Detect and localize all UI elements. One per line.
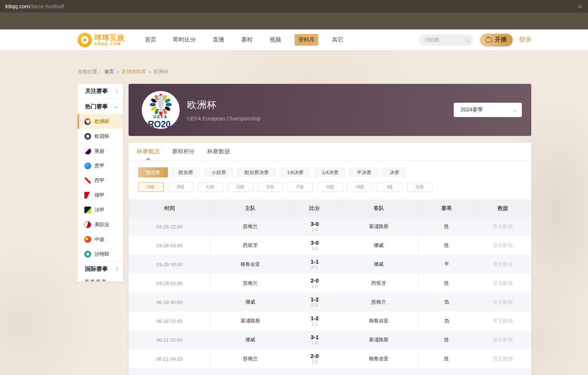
sidebar-league-item[interactable]: 欧洲杯 xyxy=(78,114,123,129)
sidebar-league-item[interactable]: 意甲 xyxy=(78,158,123,173)
match-result: 负 xyxy=(444,318,449,324)
match-data-status: 暂无数据 xyxy=(493,280,513,287)
sidebar-section-hot[interactable]: 热门赛事 xyxy=(78,99,123,114)
table-row[interactable]: 03-26 03:45 西班牙 3-0 1-0 挪威 胜 暂无数据 xyxy=(129,236,531,255)
stage-button[interactable]: 1/4决赛 xyxy=(314,167,346,177)
league-logo-icon xyxy=(84,118,91,125)
league-label: 德甲 xyxy=(95,192,104,199)
home-team: 格鲁吉亚 xyxy=(240,261,260,268)
table-row[interactable]: 03-25 22:00 苏格兰 3-0 1-0 塞浦路斯 胜 暂无数据 xyxy=(129,217,531,236)
url-path: /base-football xyxy=(30,3,64,9)
match-result: 胜 xyxy=(444,242,449,249)
table-row[interactable]: 03-29 00:00 格鲁吉亚 1-1 0-1 挪威 平 暂无数据 xyxy=(129,255,531,274)
league-sidebar: 关注赛事 热门赛事 欧洲杯 欧冠杯 英超 意甲 xyxy=(78,84,123,281)
season-value: 2024赛季 xyxy=(461,106,483,113)
table-row[interactable]: 06-18 00:00 挪威 1-2 0-0 苏格兰 负 暂无数据 xyxy=(129,293,531,312)
home-team: 苏格兰 xyxy=(243,280,258,287)
full-time-score: 1-1 xyxy=(310,258,319,265)
home-team: 苏格兰 xyxy=(243,355,258,362)
league-label: 欧洲杯 xyxy=(95,118,109,125)
home-team: 挪威 xyxy=(245,299,255,306)
stage-button[interactable]: 1/8决赛 xyxy=(279,167,311,177)
browser-url-bar[interactable]: k8qq.com/base-football ☆ xyxy=(0,0,588,12)
breadcrumb-prefix: 当前位置： xyxy=(78,68,102,75)
group-button[interactable]: C组 xyxy=(198,182,223,192)
table-header-cell: 时间 xyxy=(129,205,211,212)
card-tab[interactable]: 赛程积分 xyxy=(172,143,195,160)
sidebar-section-international[interactable]: 国际赛事 xyxy=(78,261,123,276)
nav-item[interactable]: 即时比分 xyxy=(170,34,199,46)
nav-item[interactable]: 直播 xyxy=(209,34,228,46)
stage-filter: 预选赛附加赛小组赛附加赛决赛1/8决赛1/4决赛半决赛决赛 xyxy=(129,167,531,177)
sidebar-league-item[interactable]: 沙特联 xyxy=(78,247,123,261)
match-time: 06-21 02:45 xyxy=(156,337,182,343)
login-link[interactable]: 登录 xyxy=(519,36,531,44)
nav-item[interactable]: 其它 xyxy=(329,34,347,46)
half-time-score: 1-0 xyxy=(311,227,318,232)
sidebar-league-item[interactable]: 法甲 xyxy=(78,202,123,217)
stage-button[interactable]: 小组赛 xyxy=(204,167,234,177)
away-team: 挪威 xyxy=(374,242,384,249)
half-time-score: 1-0 xyxy=(311,340,318,346)
season-select[interactable]: 2024赛季 xyxy=(454,103,522,117)
search-box[interactable] xyxy=(419,34,473,46)
sidebar-section-followed[interactable]: 关注赛事 xyxy=(78,84,123,99)
group-button[interactable]: G组 xyxy=(317,182,343,192)
group-button[interactable]: E组 xyxy=(258,182,283,192)
stage-button[interactable]: 决赛 xyxy=(382,167,407,177)
group-button[interactable]: B组 xyxy=(168,182,194,192)
half-time-score: 1-1 xyxy=(311,321,318,327)
league-logo-icon xyxy=(84,251,91,258)
start-live-button[interactable]: 开播 xyxy=(480,34,513,46)
nav-item[interactable]: 赛程 xyxy=(238,34,256,46)
stage-button[interactable]: 附加赛 xyxy=(171,167,201,177)
sidebar-league-item[interactable]: 德甲 xyxy=(78,188,123,202)
table-row[interactable]: 06-18 02:45 塞浦路斯 1-2 1-1 格鲁吉亚 负 暂无数据 xyxy=(129,312,531,330)
chevron-down-icon xyxy=(115,105,118,108)
stage-button[interactable]: 预选赛 xyxy=(138,167,168,177)
sidebar-league-item[interactable]: 欧冠杯 xyxy=(78,129,123,144)
home-team: 塞浦路斯 xyxy=(240,318,260,324)
away-team: 塞浦路斯 xyxy=(369,336,389,343)
card-tab[interactable]: 杯赛概况 xyxy=(137,143,160,160)
bookmark-star-icon[interactable]: ☆ xyxy=(577,2,583,10)
half-time-score: 1-0 xyxy=(311,359,318,364)
match-time: 06-18 02:45 xyxy=(156,318,182,324)
match-data-status: 暂无数据 xyxy=(493,355,513,362)
nav-item[interactable]: 首页 xyxy=(141,34,160,46)
sidebar-league-item[interactable]: 西甲 xyxy=(78,173,123,188)
match-result: 负 xyxy=(444,299,449,306)
stage-button[interactable]: 半决赛 xyxy=(349,167,379,177)
breadcrumb-home[interactable]: 首页 xyxy=(104,68,114,75)
sidebar-league-item[interactable]: 中超 xyxy=(78,232,123,247)
sidebar-league-item[interactable]: 美职业 xyxy=(78,217,123,232)
match-time: 03-25 22:00 xyxy=(156,224,182,230)
table-row[interactable]: 06-21 04:25 苏格兰 2-0 1-0 格鲁吉亚 胜 暂无数据 xyxy=(129,349,531,368)
table-row[interactable]: 03-29 02:45 苏格兰 2-0 1-0 西班牙 胜 暂无数据 xyxy=(129,274,531,293)
stage-button[interactable]: 附加赛决赛 xyxy=(237,167,276,177)
competition-title: 欧洲杯 xyxy=(187,99,261,111)
group-button[interactable]: G组 xyxy=(407,182,433,192)
search-input[interactable] xyxy=(425,37,465,43)
nav-item[interactable]: 资料库 xyxy=(295,34,318,46)
data-card: 杯赛概况赛程积分杯赛数据 预选赛附加赛小组赛附加赛决赛1/8决赛1/4决赛半决赛… xyxy=(129,143,531,375)
card-tab[interactable]: 杯赛数据 xyxy=(207,143,230,160)
table-row[interactable]: 1-7 xyxy=(129,368,531,375)
group-button[interactable]: I组 xyxy=(377,182,403,192)
breadcrumb-separator: > xyxy=(116,69,119,75)
group-button[interactable]: D组 xyxy=(228,182,253,192)
league-logo-icon xyxy=(84,162,91,169)
breadcrumb-section[interactable]: 足球资料库 xyxy=(122,68,146,75)
group-button[interactable]: H组 xyxy=(347,182,373,192)
breadcrumb-current: 欧洲杯 xyxy=(154,68,168,75)
nav-item[interactable]: 视频 xyxy=(266,34,284,46)
site-logo[interactable]: 球球互娱 K8QQ.COM xyxy=(78,33,125,47)
group-button[interactable]: F组 xyxy=(287,182,313,192)
table-row[interactable]: 06-21 02:45 挪威 3-1 1-0 塞浦路斯 胜 暂无数据 xyxy=(129,330,531,349)
half-time-score: 1-0 xyxy=(311,246,318,251)
sidebar-league-item[interactable]: 英超 xyxy=(78,144,123,158)
match-time: 06-18 00:00 xyxy=(156,299,182,305)
match-time: 03-29 00:00 xyxy=(156,262,182,267)
full-time-score: 1-2 xyxy=(310,315,319,321)
group-button[interactable]: A组 xyxy=(138,182,164,192)
